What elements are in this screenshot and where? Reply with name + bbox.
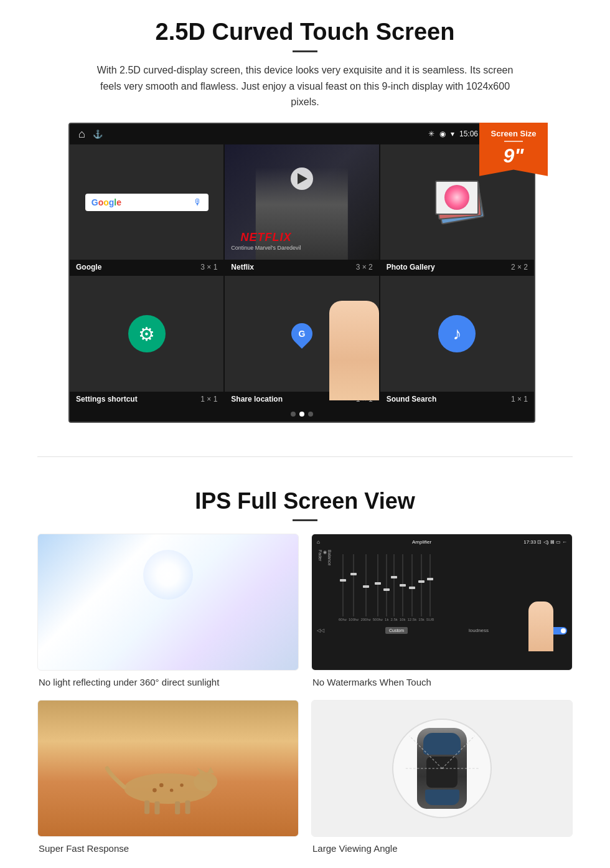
amplifier-screen: ⌂ Amplifier 17:33 ⊡ ◁) ⊠ ▭ ← Balance◉Fad…	[312, 534, 572, 670]
eq-handle[interactable]	[391, 576, 397, 578]
eq-label-2k5: 2.5k	[390, 618, 397, 621]
svg-point-1	[194, 772, 217, 791]
svg-point-4	[159, 783, 164, 788]
svg-point-5	[170, 788, 173, 791]
eq-handle[interactable]	[363, 585, 369, 588]
netflix-cell-inner: NETFLIX Continue Marvel's Daredevil	[225, 144, 378, 260]
svg-rect-8	[144, 801, 149, 814]
maps-pin	[287, 319, 317, 349]
netflix-play-button[interactable]	[291, 167, 313, 190]
bluetooth-icon: ✳	[428, 130, 434, 138]
eq-handle[interactable]	[375, 582, 381, 585]
svg-point-6	[152, 788, 157, 793]
amp-back-btn[interactable]: ◁◁	[317, 628, 324, 633]
netflix-subtitle: Continue Marvel's Daredevil	[231, 245, 301, 251]
cheetah-image	[38, 701, 298, 836]
eq-bar-500hz: 500hz	[373, 554, 383, 621]
eq-bar-2k5: 2.5k	[390, 554, 397, 621]
app-cell-netflix[interactable]: NETFLIX Continue Marvel's Daredevil Netf…	[225, 144, 378, 275]
eq-bar-60hz: 60hz	[339, 554, 347, 621]
eq-label-12k5: 12.5k	[407, 618, 416, 621]
amp-hand-shape	[528, 601, 553, 651]
pagination-dots	[70, 407, 534, 422]
gallery-label-row: Photo Gallery 2 × 2	[380, 260, 534, 275]
eq-label-200hz: 200hz	[360, 618, 370, 621]
location-icon: ◉	[439, 130, 446, 138]
equalizer: 60hz 100hz	[336, 550, 437, 625]
gallery-app-size: 2 × 2	[511, 263, 528, 271]
eq-handle[interactable]	[409, 587, 415, 589]
usb-icon: ⚓	[93, 130, 103, 139]
eq-track	[421, 554, 422, 616]
dot-1[interactable]	[291, 412, 296, 417]
sun-burst	[143, 550, 193, 600]
photo-stack	[432, 177, 482, 227]
custom-button[interactable]: Custom	[385, 627, 408, 634]
eq-track	[429, 554, 431, 616]
dot-2[interactable]	[299, 412, 304, 417]
sound-cell-inner: ♪	[380, 276, 534, 391]
eq-handle[interactable]	[350, 573, 357, 575]
eq-handle[interactable]	[418, 580, 425, 583]
sunlight-image	[38, 534, 298, 670]
microphone-icon[interactable]: 🎙	[194, 197, 202, 207]
settings-app-size: 1 × 1	[200, 395, 217, 403]
sound-icon-circle: ♪	[438, 315, 476, 352]
eq-handle[interactable]	[400, 584, 406, 587]
eq-handle[interactable]	[340, 579, 346, 582]
app-cell-share[interactable]: Share location 1 × 1	[225, 276, 378, 406]
eq-bar-10k: 10k	[400, 554, 406, 621]
dot-3[interactable]	[308, 412, 313, 417]
home-icon[interactable]: ⌂	[78, 128, 85, 141]
svg-marker-3	[207, 767, 214, 774]
amplifier-caption: No Watermarks When Touch	[311, 677, 573, 687]
eq-handle[interactable]	[427, 578, 433, 580]
amplifier-image-box: ⌂ Amplifier 17:33 ⊡ ◁) ⊠ ▭ ← Balance◉Fad…	[311, 534, 573, 671]
eq-handle[interactable]	[383, 588, 390, 591]
gear-icon: ⚙	[138, 323, 155, 345]
netflix-app-name: Netflix	[231, 263, 254, 271]
status-bar-left: ⌂ ⚓	[78, 128, 103, 141]
car-image	[312, 701, 572, 836]
section2-title: IPS Full Screen View	[37, 488, 573, 514]
eq-track	[386, 554, 387, 616]
google-cell-inner: Google 🎙	[70, 144, 223, 260]
section-ips: IPS Full Screen View No light reflecting…	[0, 476, 610, 868]
car-image-box	[311, 700, 573, 837]
sound-app-name: Sound Search	[387, 395, 437, 403]
eq-label-15k: 15k	[418, 618, 425, 621]
sound-app-size: 1 × 1	[511, 395, 528, 403]
app-cell-settings[interactable]: ⚙ Settings shortcut 1 × 1	[70, 276, 223, 406]
page-divider	[37, 456, 573, 457]
google-logo: Google	[92, 197, 121, 207]
section1-title: 2.5D Curved Touch Screen	[37, 19, 573, 45]
section1-description: With 2.5D curved-display screen, this de…	[93, 62, 517, 110]
eq-label-500hz: 500hz	[373, 618, 383, 621]
viewing-angle-svg	[338, 714, 546, 823]
music-note-icon: ♪	[453, 324, 461, 344]
amp-balance-label: Balance◉Fader	[319, 550, 332, 625]
sound-label-row: Sound Search 1 × 1	[380, 392, 534, 407]
share-app-name: Share location	[231, 395, 283, 403]
eq-label-sub: SUB	[426, 618, 434, 621]
app-cell-google[interactable]: Google 🎙 Google 3 × 1	[70, 144, 223, 275]
title-divider	[293, 50, 317, 52]
play-triangle	[298, 173, 307, 184]
badge-size: 9"	[504, 144, 524, 167]
netflix-app-size: 3 × 2	[356, 263, 373, 271]
app-cell-sound[interactable]: ♪ Sound Search 1 × 1	[380, 276, 534, 406]
eq-track	[402, 554, 403, 616]
google-search-bar[interactable]: Google 🎙	[85, 194, 209, 211]
amp-header: ⌂ Amplifier 17:33 ⊡ ◁) ⊠ ▭ ←	[317, 539, 567, 545]
loudness-label: loudness	[469, 628, 489, 633]
settings-app-name: Settings shortcut	[76, 395, 138, 403]
maps-icon-container	[291, 320, 312, 347]
badge-title: Screen Size	[484, 129, 543, 138]
badge-divider	[504, 141, 523, 142]
eq-label-10k: 10k	[400, 618, 406, 621]
sunlight-image-box	[37, 534, 299, 671]
settings-icon-circle: ⚙	[128, 315, 166, 352]
eq-bar-sub: SUB	[426, 554, 434, 621]
feature-sunlight: No light reflecting under 360° direct su…	[37, 534, 299, 687]
cheetah-caption: Super Fast Response	[37, 843, 299, 854]
